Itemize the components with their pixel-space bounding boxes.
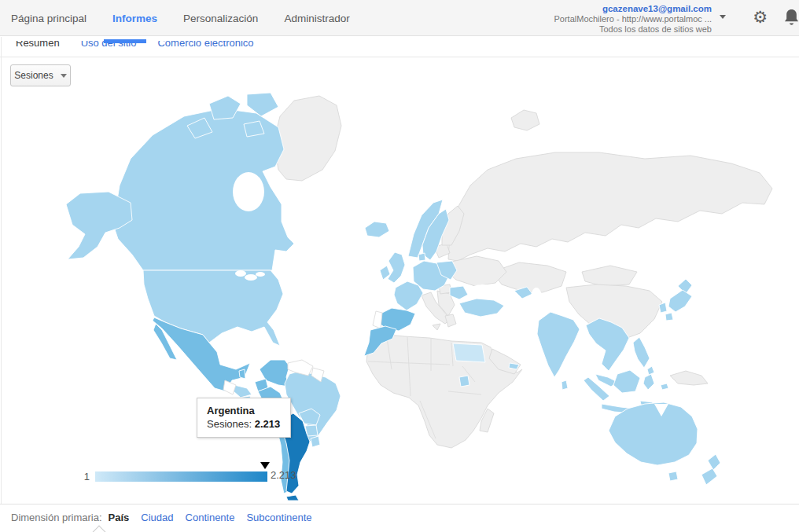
country-france[interactable] (394, 281, 423, 310)
country-kazakhstan[interactable] (492, 262, 566, 292)
metric-selector-button[interactable]: Sesiones (10, 64, 71, 86)
content-left-border (1, 37, 2, 504)
country-denmark[interactable] (418, 253, 425, 261)
country-japan-honshu[interactable] (668, 290, 692, 312)
country-belize[interactable] (239, 369, 245, 379)
account-property[interactable]: PortalMochilero - http://www.portalmoc .… (554, 14, 712, 24)
nav-administrador[interactable]: Administrador (284, 13, 349, 24)
country-uganda[interactable] (459, 376, 469, 387)
country-alaska[interactable] (66, 192, 132, 259)
dimension-ciudad[interactable]: Ciudad (141, 512, 173, 523)
legend-gradient-bar (95, 471, 267, 482)
gear-icon[interactable]: ⚙ (753, 7, 768, 28)
subtab-resumen[interactable]: Resumen (16, 41, 60, 49)
country-sri-lanka[interactable] (562, 380, 568, 390)
country-maluku[interactable] (661, 383, 668, 390)
country-philippines-islet[interactable] (647, 366, 654, 375)
country-new-guinea[interactable] (670, 371, 708, 385)
country-iceland[interactable] (365, 222, 389, 237)
nav-pagina-principal[interactable]: Página principal (11, 13, 87, 24)
country-mongolia[interactable] (582, 266, 637, 286)
country-uk[interactable] (388, 252, 405, 283)
country-australia[interactable] (609, 402, 698, 465)
great-lake (235, 270, 246, 277)
tooltip-value-row: Sesiones: 2.213 (207, 417, 280, 431)
subtab-comercio-electronico[interactable]: Comercio electrónico (157, 41, 253, 49)
main-nav: Página principal Informes Personalizació… (11, 0, 350, 36)
bell-icon[interactable] (781, 7, 799, 28)
legend-max-value: 2.213 (271, 469, 296, 481)
country-sicily[interactable] (433, 324, 440, 330)
dimension-continente[interactable]: Continente (186, 512, 235, 523)
country-india[interactable] (537, 312, 580, 377)
active-tab-underline (104, 39, 146, 43)
map-tooltip: Argentina Sesiones: 2.213 (197, 398, 291, 438)
hudson-bay (233, 172, 264, 211)
chevron-down-icon (61, 74, 67, 78)
country-japan-kyushu[interactable] (665, 313, 673, 321)
metric-selector-label: Sesiones (14, 70, 53, 81)
country-nz-south[interactable] (701, 468, 717, 485)
great-lake (245, 274, 257, 281)
account-info: gcazenave13@gmail.com PortalMochilero - … (554, 4, 712, 35)
nav-informes[interactable]: Informes (112, 13, 157, 24)
country-svalbard[interactable] (511, 110, 539, 130)
country-nz-north[interactable] (708, 454, 720, 470)
country-guatemala[interactable] (223, 380, 236, 394)
legend-marker-icon (260, 462, 270, 469)
country-tasmania[interactable] (668, 471, 678, 481)
country-borneo[interactable] (613, 370, 640, 393)
country-romania[interactable] (450, 286, 468, 299)
dimension-bar: Dimensión primaria: País Ciudad Continen… (0, 504, 799, 532)
subtab-divider (0, 57, 799, 57)
country-greenland[interactable] (274, 96, 341, 181)
country-greece[interactable] (445, 314, 456, 327)
country-tierra-del-fuego[interactable] (286, 495, 299, 501)
tooltip-country: Argentina (207, 404, 280, 417)
country-philippines[interactable] (633, 337, 650, 368)
continent-africa[interactable] (366, 333, 522, 448)
country-portugal[interactable] (373, 311, 382, 328)
account-view: Todos los datos de sitios web (554, 24, 712, 35)
legend-min-value: 1 (72, 471, 90, 482)
nav-personalizacion[interactable]: Personalización (183, 13, 258, 24)
country-uruguay[interactable] (311, 436, 320, 447)
dimension-pais[interactable]: País (109, 512, 130, 523)
tooltip-value: 2.213 (255, 418, 281, 430)
top-header: Página principal Informes Personalizació… (0, 0, 799, 36)
country-egypt[interactable] (453, 343, 485, 362)
country-honduras[interactable] (234, 385, 252, 398)
great-lake (256, 272, 265, 277)
country-turkey[interactable] (459, 299, 504, 317)
country-russia[interactable] (448, 152, 772, 261)
country-sulawesi[interactable] (643, 374, 654, 390)
black-sea (469, 284, 496, 297)
dimension-subcontinente[interactable]: Subcontinente (246, 512, 311, 523)
dimension-label: Dimensión primaria: (11, 512, 102, 523)
caspian-sea (530, 288, 543, 316)
account-dropdown-caret-icon[interactable] (720, 15, 726, 19)
geo-map (11, 93, 790, 501)
account-email[interactable]: gcazenave13@gmail.com (554, 4, 712, 14)
